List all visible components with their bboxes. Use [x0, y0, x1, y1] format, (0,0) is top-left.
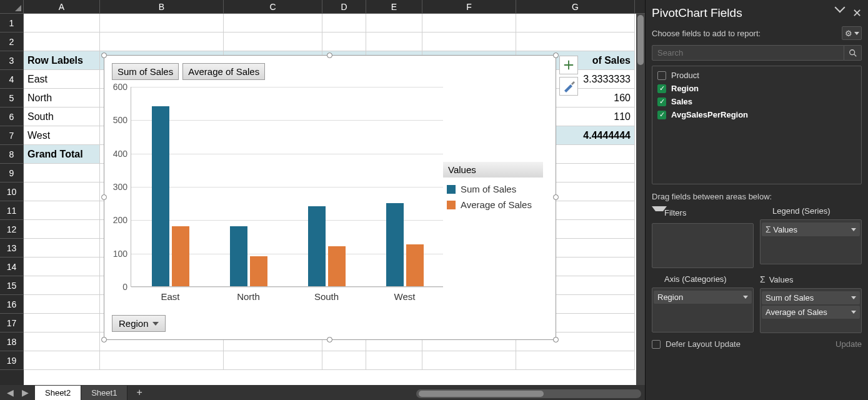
legend-drop-zone[interactable]: Σ Values — [760, 219, 862, 264]
row-header[interactable]: 15 — [0, 276, 24, 295]
values-drop-zone[interactable]: Sum of Sales Average of Sales — [760, 288, 862, 333]
pane-options-icon[interactable] — [835, 2, 846, 13]
row-header[interactable]: 2 — [0, 32, 24, 51]
row-header[interactable]: 8 — [0, 145, 24, 164]
spreadsheet-area: A B C D E F G 1 2 3 4 5 6 7 8 9 10 11 12… — [0, 0, 645, 400]
row-header[interactable]: 10 — [0, 182, 24, 201]
pane-title: PivotChart Fields — [652, 6, 742, 20]
horizontal-scrollbar[interactable] — [416, 389, 641, 398]
col-header-E[interactable]: E — [366, 0, 422, 13]
field-search-input[interactable] — [652, 45, 844, 61]
row-header[interactable]: 3 — [0, 51, 24, 70]
row-header[interactable]: 12 — [0, 220, 24, 239]
close-pane-button[interactable]: ✕ — [852, 6, 862, 20]
select-all-corner[interactable] — [0, 0, 24, 14]
resize-handle[interactable] — [553, 52, 559, 58]
row-header[interactable]: 11 — [0, 201, 24, 220]
bar-west-avg[interactable] — [406, 244, 424, 286]
row-header[interactable]: 7 — [0, 126, 24, 145]
values-item-avg[interactable]: Average of Sales — [762, 306, 860, 319]
bar-north-avg[interactable] — [250, 256, 267, 286]
filters-area[interactable]: Filters — [652, 206, 754, 268]
field-avgsalesperregion[interactable]: AvgSalesPerRegion — [652, 108, 861, 121]
update-button[interactable]: Update — [836, 339, 862, 349]
axis-area[interactable]: Axis (Categories) Region — [652, 274, 754, 333]
chart-styles-button[interactable] — [559, 77, 578, 96]
prev-sheet-button[interactable]: ◀ — [2, 388, 17, 398]
chart-axis-field-region[interactable]: Region — [112, 315, 166, 332]
resize-handle[interactable] — [553, 194, 559, 200]
field-list: ProductRegionSalesAvgSalesPerRegion — [652, 66, 862, 184]
axis-item-region[interactable]: Region — [654, 291, 752, 304]
legend-item-values[interactable]: Σ Values — [762, 222, 860, 236]
row-headers: 1 2 3 4 5 6 7 8 9 10 11 12 13 14 15 16 1… — [0, 14, 24, 385]
legend-item-avg[interactable]: Average of Sales — [447, 199, 539, 210]
values-item-sum[interactable]: Sum of Sales — [762, 291, 860, 304]
col-header-D[interactable]: D — [322, 0, 366, 13]
col-header-A[interactable]: A — [24, 0, 100, 13]
col-header-B[interactable]: B — [100, 0, 224, 13]
chart-elements-button[interactable] — [559, 56, 578, 74]
row-header[interactable]: 17 — [0, 314, 24, 332]
row-header[interactable]: 4 — [0, 70, 24, 89]
resize-handle[interactable] — [553, 337, 559, 342]
chart-field-avg[interactable]: Average of Sales — [182, 63, 265, 80]
plot-area: 0100200300400500600EastNorthSouthWest — [131, 87, 443, 287]
row-header[interactable]: 1 — [0, 14, 24, 32]
sheet-tab-sheet2[interactable]: Sheet2 — [35, 386, 81, 400]
cell-A3[interactable]: Row Labels — [24, 51, 100, 70]
row-header[interactable]: 6 — [0, 108, 24, 126]
bar-east-avg[interactable] — [172, 226, 189, 286]
next-sheet-button[interactable]: ▶ — [17, 388, 32, 398]
defer-layout-checkbox[interactable]: Defer Layout Update — [652, 339, 741, 349]
values-area[interactable]: ΣValues Sum of Sales Average of Sales — [760, 274, 862, 333]
cell-A6[interactable]: South — [24, 108, 100, 126]
add-sheet-button[interactable]: + — [127, 384, 151, 400]
resize-handle[interactable] — [101, 337, 107, 342]
row-header[interactable]: 18 — [0, 332, 24, 351]
filters-drop-zone[interactable] — [652, 223, 754, 268]
vertical-scrollbar[interactable] — [636, 14, 645, 385]
cell-A7[interactable]: West — [24, 126, 100, 145]
search-button[interactable] — [844, 45, 862, 61]
row-header[interactable]: 16 — [0, 295, 24, 314]
field-sales[interactable]: Sales — [652, 95, 861, 108]
filter-icon — [652, 206, 661, 219]
checkbox-icon[interactable] — [657, 111, 666, 119]
row-header[interactable]: 9 — [0, 164, 24, 182]
search-icon — [849, 49, 857, 58]
bar-east-sum[interactable] — [152, 106, 169, 286]
row-header[interactable]: 13 — [0, 239, 24, 258]
pivotchart-fields-pane: PivotChart Fields ✕ Choose fields to add… — [645, 0, 868, 400]
checkbox-icon[interactable] — [657, 84, 666, 93]
bar-west-sum[interactable] — [386, 203, 404, 286]
pane-layout-button[interactable]: ⚙ — [842, 26, 862, 40]
col-header-G[interactable]: G — [516, 0, 635, 13]
row-header[interactable]: 14 — [0, 258, 24, 276]
pane-hint: Choose fields to add to report: — [652, 29, 761, 38]
field-product[interactable]: Product — [652, 69, 861, 82]
row-header[interactable]: 5 — [0, 89, 24, 108]
sheet-tab-sheet1[interactable]: Sheet1 — [81, 386, 127, 400]
resize-handle[interactable] — [101, 52, 107, 58]
col-header-F[interactable]: F — [422, 0, 516, 13]
resize-handle[interactable] — [101, 194, 107, 200]
checkbox-icon[interactable] — [657, 71, 666, 80]
row-header[interactable]: 19 — [0, 351, 24, 370]
legend-item-sum[interactable]: Sum of Sales — [447, 184, 539, 194]
bar-south-sum[interactable] — [308, 206, 326, 286]
resize-handle[interactable] — [327, 337, 332, 342]
col-header-C[interactable]: C — [224, 0, 322, 13]
cell-A8[interactable]: Grand Total — [24, 145, 100, 164]
bar-north-sum[interactable] — [230, 226, 247, 286]
legend-area[interactable]: Legend (Series) Σ Values — [760, 206, 862, 268]
cell-A5[interactable]: North — [24, 89, 100, 108]
chart-field-sum[interactable]: Sum of Sales — [112, 63, 179, 80]
pivot-chart[interactable]: Sum of Sales Average of Sales 0100200300… — [104, 55, 556, 340]
bar-south-avg[interactable] — [328, 246, 346, 286]
field-region[interactable]: Region — [652, 82, 861, 95]
axis-drop-zone[interactable]: Region — [652, 288, 754, 332]
resize-handle[interactable] — [327, 52, 332, 58]
cell-A4[interactable]: East — [24, 70, 100, 89]
checkbox-icon[interactable] — [657, 98, 666, 106]
